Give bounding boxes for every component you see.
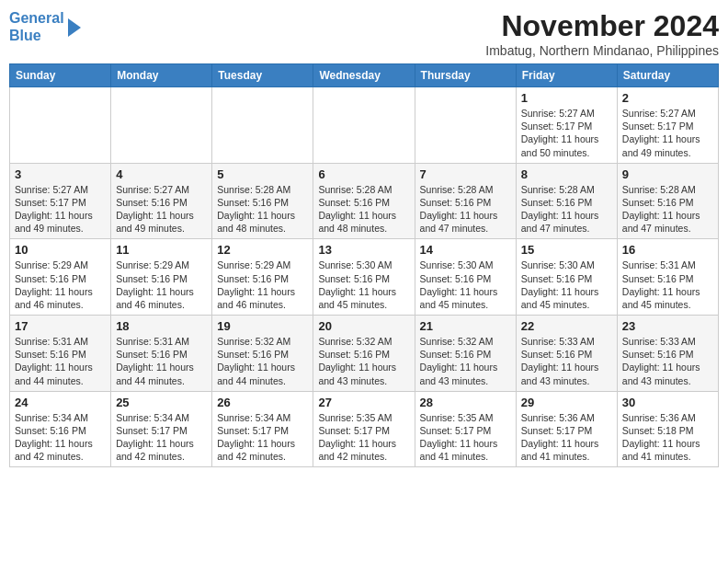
day-number: 26 bbox=[217, 396, 308, 409]
calendar-cell: 1Sunrise: 5:27 AM Sunset: 5:17 PM Daylig… bbox=[516, 87, 617, 164]
day-info: Sunrise: 5:31 AM Sunset: 5:16 PM Dayligh… bbox=[116, 335, 207, 387]
calendar-table: SundayMondayTuesdayWednesdayThursdayFrid… bbox=[9, 63, 719, 467]
day-number: 27 bbox=[318, 396, 409, 409]
day-number: 14 bbox=[420, 243, 511, 257]
day-number: 15 bbox=[521, 243, 612, 257]
day-info: Sunrise: 5:28 AM Sunset: 5:16 PM Dayligh… bbox=[217, 183, 308, 236]
day-number: 24 bbox=[15, 396, 106, 409]
calendar-cell: 5Sunrise: 5:28 AM Sunset: 5:16 PM Daylig… bbox=[212, 163, 313, 239]
day-number: 22 bbox=[521, 319, 612, 333]
calendar-cell: 26Sunrise: 5:34 AM Sunset: 5:17 PM Dayli… bbox=[212, 391, 313, 467]
weekday-header-tuesday: Tuesday bbox=[212, 64, 313, 87]
calendar-cell: 15Sunrise: 5:30 AM Sunset: 5:16 PM Dayli… bbox=[516, 239, 617, 316]
day-info: Sunrise: 5:28 AM Sunset: 5:16 PM Dayligh… bbox=[318, 183, 409, 236]
day-number: 3 bbox=[15, 167, 106, 181]
logo-line1: General bbox=[9, 10, 64, 26]
day-number: 21 bbox=[420, 319, 511, 333]
calendar-cell: 25Sunrise: 5:34 AM Sunset: 5:17 PM Dayli… bbox=[111, 391, 212, 467]
day-number: 8 bbox=[521, 167, 612, 181]
day-info: Sunrise: 5:29 AM Sunset: 5:16 PM Dayligh… bbox=[15, 259, 106, 311]
day-info: Sunrise: 5:33 AM Sunset: 5:16 PM Dayligh… bbox=[622, 335, 713, 387]
calendar-cell bbox=[415, 87, 516, 164]
calendar-cell: 19Sunrise: 5:32 AM Sunset: 5:16 PM Dayli… bbox=[212, 316, 313, 392]
day-info: Sunrise: 5:34 AM Sunset: 5:17 PM Dayligh… bbox=[217, 411, 308, 464]
calendar-cell bbox=[313, 87, 415, 164]
logo: General Blue bbox=[9, 9, 81, 44]
calendar-week-row: 1Sunrise: 5:27 AM Sunset: 5:17 PM Daylig… bbox=[10, 87, 719, 164]
calendar-week-row: 24Sunrise: 5:34 AM Sunset: 5:16 PM Dayli… bbox=[10, 391, 719, 467]
day-number: 5 bbox=[217, 167, 308, 181]
day-info: Sunrise: 5:27 AM Sunset: 5:16 PM Dayligh… bbox=[116, 183, 207, 236]
month-title: November 2024 bbox=[485, 9, 719, 43]
day-info: Sunrise: 5:31 AM Sunset: 5:16 PM Dayligh… bbox=[622, 259, 713, 311]
day-info: Sunrise: 5:28 AM Sunset: 5:16 PM Dayligh… bbox=[521, 183, 612, 236]
calendar-cell: 3Sunrise: 5:27 AM Sunset: 5:17 PM Daylig… bbox=[10, 163, 111, 239]
calendar-cell: 4Sunrise: 5:27 AM Sunset: 5:16 PM Daylig… bbox=[111, 163, 212, 239]
calendar-cell: 22Sunrise: 5:33 AM Sunset: 5:16 PM Dayli… bbox=[516, 316, 617, 392]
calendar-cell bbox=[111, 87, 212, 164]
day-info: Sunrise: 5:36 AM Sunset: 5:18 PM Dayligh… bbox=[622, 411, 713, 464]
day-number: 17 bbox=[15, 319, 106, 333]
calendar-cell: 23Sunrise: 5:33 AM Sunset: 5:16 PM Dayli… bbox=[617, 316, 718, 392]
day-info: Sunrise: 5:31 AM Sunset: 5:16 PM Dayligh… bbox=[15, 335, 106, 387]
day-info: Sunrise: 5:35 AM Sunset: 5:17 PM Dayligh… bbox=[318, 411, 409, 464]
day-number: 19 bbox=[217, 319, 308, 333]
calendar-cell: 30Sunrise: 5:36 AM Sunset: 5:18 PM Dayli… bbox=[617, 391, 718, 467]
weekday-header-row: SundayMondayTuesdayWednesdayThursdayFrid… bbox=[10, 64, 719, 87]
page-header: General Blue November 2024 Imbatug, Nort… bbox=[9, 9, 719, 58]
day-number: 4 bbox=[116, 167, 207, 181]
day-number: 6 bbox=[318, 167, 409, 181]
day-info: Sunrise: 5:27 AM Sunset: 5:17 PM Dayligh… bbox=[15, 183, 106, 236]
calendar-cell: 14Sunrise: 5:30 AM Sunset: 5:16 PM Dayli… bbox=[415, 239, 516, 316]
day-info: Sunrise: 5:33 AM Sunset: 5:16 PM Dayligh… bbox=[521, 335, 612, 387]
calendar-cell: 29Sunrise: 5:36 AM Sunset: 5:17 PM Dayli… bbox=[516, 391, 617, 467]
day-number: 16 bbox=[622, 243, 713, 257]
day-number: 30 bbox=[622, 396, 713, 409]
calendar-cell: 21Sunrise: 5:32 AM Sunset: 5:16 PM Dayli… bbox=[415, 316, 516, 392]
day-info: Sunrise: 5:30 AM Sunset: 5:16 PM Dayligh… bbox=[521, 259, 612, 311]
weekday-header-monday: Monday bbox=[111, 64, 212, 87]
day-number: 2 bbox=[622, 91, 713, 105]
calendar-cell: 12Sunrise: 5:29 AM Sunset: 5:16 PM Dayli… bbox=[212, 239, 313, 316]
calendar-week-row: 10Sunrise: 5:29 AM Sunset: 5:16 PM Dayli… bbox=[10, 239, 719, 316]
day-number: 28 bbox=[420, 396, 511, 409]
weekday-header-saturday: Saturday bbox=[617, 64, 718, 87]
location-title: Imbatug, Northern Mindanao, Philippines bbox=[485, 43, 719, 58]
weekday-header-thursday: Thursday bbox=[415, 64, 516, 87]
day-info: Sunrise: 5:34 AM Sunset: 5:16 PM Dayligh… bbox=[15, 411, 106, 464]
calendar-cell: 9Sunrise: 5:28 AM Sunset: 5:16 PM Daylig… bbox=[617, 163, 718, 239]
day-info: Sunrise: 5:29 AM Sunset: 5:16 PM Dayligh… bbox=[217, 259, 308, 311]
day-number: 10 bbox=[15, 243, 106, 257]
day-number: 29 bbox=[521, 396, 612, 409]
calendar-cell: 20Sunrise: 5:32 AM Sunset: 5:16 PM Dayli… bbox=[313, 316, 415, 392]
day-number: 25 bbox=[116, 396, 207, 409]
day-info: Sunrise: 5:34 AM Sunset: 5:17 PM Dayligh… bbox=[116, 411, 207, 464]
day-info: Sunrise: 5:35 AM Sunset: 5:17 PM Dayligh… bbox=[420, 411, 511, 464]
logo-arrow-icon bbox=[68, 18, 81, 37]
day-info: Sunrise: 5:28 AM Sunset: 5:16 PM Dayligh… bbox=[622, 183, 713, 236]
weekday-header-friday: Friday bbox=[516, 64, 617, 87]
calendar-cell: 28Sunrise: 5:35 AM Sunset: 5:17 PM Dayli… bbox=[415, 391, 516, 467]
day-number: 23 bbox=[622, 319, 713, 333]
day-info: Sunrise: 5:30 AM Sunset: 5:16 PM Dayligh… bbox=[420, 259, 511, 311]
calendar-cell: 18Sunrise: 5:31 AM Sunset: 5:16 PM Dayli… bbox=[111, 316, 212, 392]
day-info: Sunrise: 5:32 AM Sunset: 5:16 PM Dayligh… bbox=[420, 335, 511, 387]
calendar-cell: 17Sunrise: 5:31 AM Sunset: 5:16 PM Dayli… bbox=[10, 316, 111, 392]
calendar-cell bbox=[10, 87, 111, 164]
calendar-cell: 11Sunrise: 5:29 AM Sunset: 5:16 PM Dayli… bbox=[111, 239, 212, 316]
day-info: Sunrise: 5:27 AM Sunset: 5:17 PM Dayligh… bbox=[521, 107, 612, 159]
day-info: Sunrise: 5:32 AM Sunset: 5:16 PM Dayligh… bbox=[318, 335, 409, 387]
weekday-header-wednesday: Wednesday bbox=[313, 64, 415, 87]
day-number: 12 bbox=[217, 243, 308, 257]
day-number: 20 bbox=[318, 319, 409, 333]
day-number: 13 bbox=[318, 243, 409, 257]
calendar-week-row: 3Sunrise: 5:27 AM Sunset: 5:17 PM Daylig… bbox=[10, 163, 719, 239]
day-number: 7 bbox=[420, 167, 511, 181]
calendar-cell: 24Sunrise: 5:34 AM Sunset: 5:16 PM Dayli… bbox=[10, 391, 111, 467]
day-number: 11 bbox=[116, 243, 207, 257]
logo-line2: Blue bbox=[9, 28, 41, 43]
calendar-cell: 10Sunrise: 5:29 AM Sunset: 5:16 PM Dayli… bbox=[10, 239, 111, 316]
calendar-cell bbox=[212, 87, 313, 164]
day-number: 18 bbox=[116, 319, 207, 333]
calendar-cell: 2Sunrise: 5:27 AM Sunset: 5:17 PM Daylig… bbox=[617, 87, 718, 164]
